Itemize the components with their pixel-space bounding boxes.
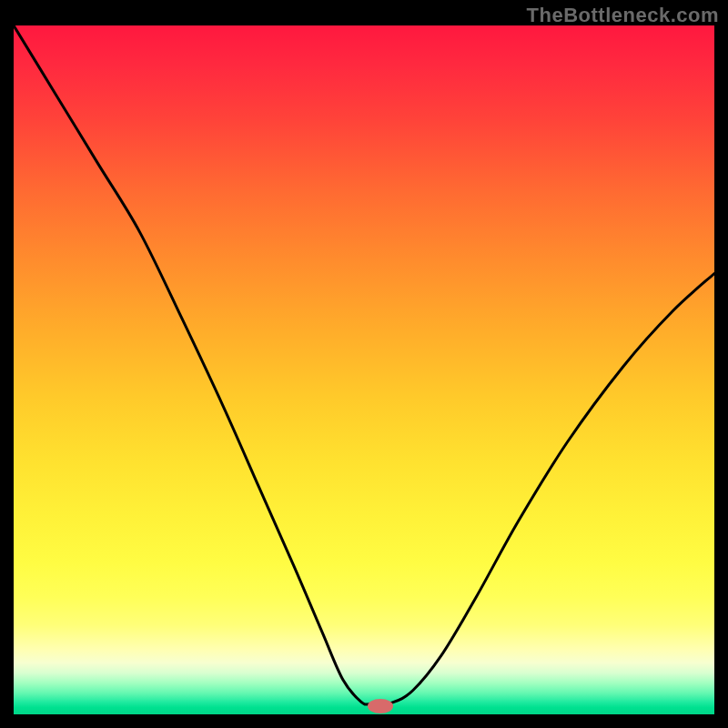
bottleneck-curve	[14, 25, 714, 714]
plot-area	[14, 25, 714, 714]
watermark-text: TheBottleneck.com	[527, 4, 719, 27]
optimal-point-marker	[368, 699, 393, 713]
chart-frame: TheBottleneck.com	[0, 0, 728, 728]
